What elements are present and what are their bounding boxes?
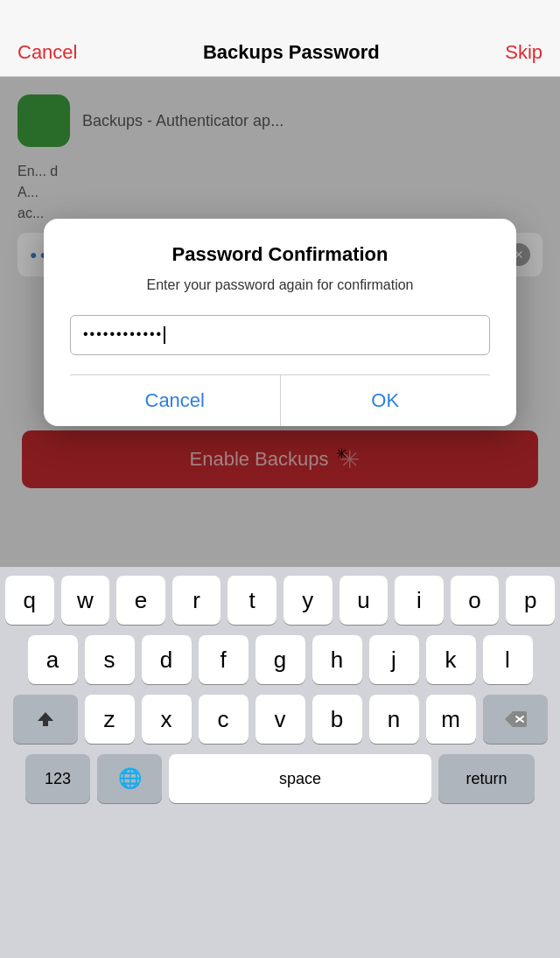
key-o[interactable]: o [451, 576, 500, 625]
key-c[interactable]: c [199, 695, 248, 744]
shift-key[interactable] [13, 695, 78, 744]
cancel-button[interactable]: Cancel [18, 41, 77, 64]
modal-button-row: Cancel OK [70, 374, 490, 426]
key-a[interactable]: a [28, 635, 78, 684]
key-e[interactable]: e [116, 576, 165, 625]
key-u[interactable]: u [340, 576, 388, 625]
keyboard-row-3: z x c v b n m [5, 695, 555, 744]
skip-button[interactable]: Skip [505, 41, 542, 64]
modal-overlay: Password Confirmation Enter your passwor… [0, 77, 560, 567]
key-n[interactable]: n [369, 695, 419, 744]
key-t[interactable]: t [228, 576, 276, 625]
modal-ok-button[interactable]: OK [281, 375, 491, 426]
key-f[interactable]: f [199, 635, 248, 684]
key-y[interactable]: y [284, 576, 332, 625]
text-cursor [164, 326, 165, 344]
key-r[interactable]: r [172, 576, 221, 625]
key-x[interactable]: x [142, 695, 192, 744]
key-z[interactable]: z [85, 695, 135, 744]
background-content: Backups - Authenticator ap... En... d A.… [0, 77, 560, 567]
key-i[interactable]: i [395, 576, 444, 625]
password-confirmation-dialog: Password Confirmation Enter your passwor… [44, 219, 516, 426]
page-title: Backups Password [203, 41, 380, 64]
key-m[interactable]: m [426, 695, 476, 744]
key-g[interactable]: g [256, 635, 305, 684]
keyboard-row-4: 123 🌐 space return [5, 754, 555, 803]
numbers-key[interactable]: 123 [25, 754, 90, 803]
modal-cancel-button[interactable]: Cancel [70, 375, 281, 426]
navigation-bar: Cancel Backups Password Skip [0, 0, 560, 77]
modal-input-dots: •••••••••••• [83, 326, 477, 344]
key-p[interactable]: p [506, 576, 555, 625]
key-l[interactable]: l [483, 635, 533, 684]
modal-subtitle: Enter your password again for confirmati… [70, 275, 490, 296]
key-s[interactable]: s [85, 635, 135, 684]
key-q[interactable]: q [5, 576, 54, 625]
key-d[interactable]: d [142, 635, 192, 684]
keyboard: q w e r t y u i o p a s d f g h j k l z … [0, 567, 560, 923]
modal-title: Password Confirmation [70, 243, 490, 266]
return-key[interactable]: return [438, 754, 535, 803]
delete-key[interactable] [483, 695, 548, 744]
space-key[interactable]: space [169, 754, 431, 803]
modal-password-input[interactable]: •••••••••••• [70, 315, 490, 355]
globe-key[interactable]: 🌐 [97, 754, 162, 803]
key-w[interactable]: w [61, 576, 110, 625]
key-v[interactable]: v [256, 695, 305, 744]
key-j[interactable]: j [369, 635, 419, 684]
key-h[interactable]: h [312, 635, 362, 684]
keyboard-row-2: a s d f g h j k l [5, 635, 555, 684]
key-b[interactable]: b [312, 695, 362, 744]
keyboard-row-1: q w e r t y u i o p [5, 576, 555, 625]
key-k[interactable]: k [426, 635, 476, 684]
